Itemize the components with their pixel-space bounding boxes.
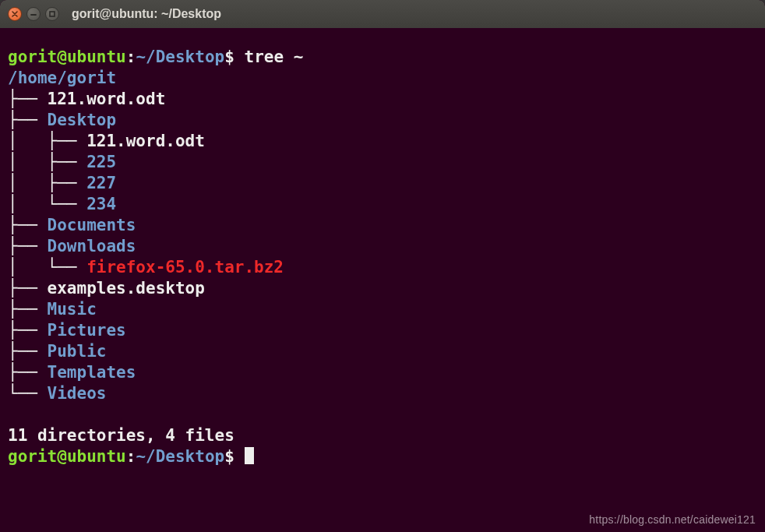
- tree-branch: │ └──: [8, 258, 86, 277]
- tree-branch: │ └──: [8, 195, 86, 213]
- prompt-colon: :: [126, 48, 136, 66]
- terminal-window: gorit@ubuntu: ~/Desktop gorit@ubuntu:~/D…: [0, 0, 765, 532]
- tree-branch: ├──: [8, 342, 48, 361]
- tree-entry-dir: 227: [86, 174, 116, 192]
- tree-branch: ├──: [8, 111, 48, 129]
- prompt-line: gorit@ubuntu:~/Desktop$: [8, 446, 757, 467]
- tree-entry-file: 121.word.odt: [86, 132, 205, 150]
- tree-entry-dir: Documents: [48, 216, 136, 234]
- prompt-user: gorit: [8, 447, 57, 466]
- prompt-sigil: $: [224, 447, 234, 466]
- cursor: [245, 447, 254, 464]
- close-icon[interactable]: [8, 7, 22, 21]
- tree-entry-dir: Public: [48, 342, 107, 361]
- terminal-body[interactable]: gorit@ubuntu:~/Desktop$ tree ~/home/gori…: [0, 28, 765, 532]
- tree-branch: └──: [8, 384, 48, 403]
- prompt-user: gorit: [8, 48, 57, 66]
- tree-line: ├── 121.word.odt: [8, 89, 757, 110]
- tree-branch: ├──: [8, 279, 48, 298]
- tree-line: │ ├── 121.word.odt: [8, 131, 757, 152]
- prompt-at: @: [57, 48, 67, 66]
- prompt-host: ubuntu: [67, 48, 126, 66]
- tree-line: ├── Desktop: [8, 110, 757, 131]
- tree-branch: │ ├──: [8, 153, 86, 171]
- tree-entry-dir: Music: [48, 300, 97, 319]
- tree-entry-dir: Videos: [48, 384, 107, 403]
- tree-line: │ └── 234: [8, 194, 757, 215]
- tree-line: ├── Public: [8, 341, 757, 362]
- tree-line: │ ├── 227: [8, 173, 757, 194]
- prompt-colon: :: [126, 447, 136, 466]
- tree-entry-dir: Templates: [48, 363, 136, 382]
- tree-branch: │ ├──: [8, 174, 86, 192]
- tree-line: ├── Templates: [8, 362, 757, 383]
- tree-line: ├── Pictures: [8, 320, 757, 341]
- tree-line: │ └── firefox-65.0.tar.bz2: [8, 257, 757, 278]
- prompt-host: ubuntu: [67, 447, 126, 466]
- tree-line: ├── Documents: [8, 215, 757, 236]
- tree-branch: ├──: [8, 321, 48, 340]
- tree-line: ├── Music: [8, 299, 757, 320]
- tree-entry-dir: Downloads: [48, 237, 136, 255]
- svg-rect-0: [50, 12, 55, 16]
- command-text: tree ~: [245, 48, 304, 66]
- titlebar: gorit@ubuntu: ~/Desktop: [0, 0, 765, 29]
- tree-line: ├── examples.desktop: [8, 278, 757, 299]
- tree-root-path: /home/gorit: [8, 69, 116, 87]
- tree-entry-file: 121.word.odt: [48, 90, 166, 108]
- prompt-at: @: [57, 447, 67, 466]
- tree-entry-archive: firefox-65.0.tar.bz2: [86, 258, 284, 277]
- blank-line: [8, 404, 757, 425]
- tree-branch: ├──: [8, 363, 48, 382]
- tree-branch: ├──: [8, 216, 48, 234]
- minimize-icon[interactable]: [26, 7, 41, 21]
- prompt-path: ~/Desktop: [136, 447, 224, 466]
- tree-line: └── Videos: [8, 383, 757, 404]
- prompt-sigil: $: [224, 48, 234, 66]
- tree-entry-dir: 234: [86, 195, 116, 213]
- tree-summary: 11 directories, 4 files: [8, 425, 757, 446]
- tree-branch: ├──: [8, 237, 48, 255]
- tree-line: ├── Downloads: [8, 236, 757, 257]
- tree-entry-dir: 225: [86, 153, 116, 171]
- tree-entry-dir: Pictures: [48, 321, 126, 340]
- prompt-path: ~/Desktop: [136, 48, 224, 66]
- tree-entry-dir: Desktop: [48, 111, 117, 129]
- tree-branch: ├──: [8, 300, 48, 319]
- window-title: gorit@ubuntu: ~/Desktop: [72, 7, 221, 21]
- tree-entry-file: examples.desktop: [48, 279, 205, 298]
- tree-branch: │ ├──: [8, 132, 86, 150]
- prompt-line: gorit@ubuntu:~/Desktop$ tree ~: [8, 47, 757, 68]
- tree-root: /home/gorit: [8, 68, 757, 89]
- maximize-icon[interactable]: [45, 7, 59, 21]
- tree-summary-text: 11 directories, 4 files: [8, 426, 234, 445]
- tree-line: │ ├── 225: [8, 152, 757, 173]
- tree-branch: ├──: [8, 90, 48, 108]
